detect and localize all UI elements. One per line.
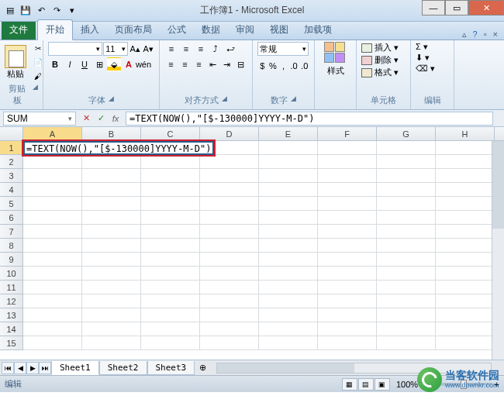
cell[interactable] <box>200 336 259 350</box>
clear-button[interactable]: ⌫ ▾ <box>416 64 449 74</box>
formula-input[interactable]: =TEXT(NOW(),"[$-130000]YYYY-M-D") <box>126 112 493 126</box>
cell[interactable] <box>82 267 141 281</box>
cell[interactable] <box>82 225 141 239</box>
cell[interactable] <box>377 239 436 253</box>
row-header-1[interactable]: 1 <box>0 141 23 155</box>
cell[interactable] <box>200 197 259 211</box>
cell[interactable] <box>259 155 318 169</box>
styles-button[interactable]: 样式 <box>319 42 351 77</box>
increase-decimal-button[interactable]: .0 <box>289 59 299 73</box>
cell[interactable] <box>377 197 436 211</box>
grow-font-button[interactable]: A▴ <box>129 42 141 56</box>
qat-customize[interactable]: ▾ <box>65 4 79 18</box>
cell[interactable] <box>318 308 377 322</box>
cell[interactable] <box>141 183 200 197</box>
cell[interactable] <box>318 141 377 155</box>
cell[interactable] <box>259 183 318 197</box>
cell[interactable] <box>200 155 259 169</box>
cell[interactable] <box>141 267 200 281</box>
cell[interactable] <box>436 169 495 183</box>
bold-button[interactable]: B <box>48 57 62 71</box>
row-header-15[interactable]: 15 <box>0 336 23 350</box>
cell[interactable] <box>200 183 259 197</box>
cell[interactable] <box>436 267 495 281</box>
cell[interactable] <box>141 225 200 239</box>
cell[interactable] <box>141 155 200 169</box>
cell[interactable] <box>82 308 141 322</box>
cancel-formula-button[interactable]: ✕ <box>79 112 93 126</box>
cell[interactable] <box>141 239 200 253</box>
cell[interactable] <box>141 281 200 294</box>
cell[interactable] <box>141 294 200 308</box>
name-box[interactable]: SUM▾ <box>3 112 76 126</box>
autosum-button[interactable]: Σ ▾ <box>416 42 449 52</box>
align-left-button[interactable]: ≡ <box>164 57 178 71</box>
cell[interactable] <box>141 253 200 267</box>
cell[interactable] <box>377 281 436 294</box>
cell[interactable] <box>377 308 436 322</box>
decrease-indent-button[interactable]: ⇤ <box>206 57 219 71</box>
cell[interactable] <box>259 225 318 239</box>
cell[interactable] <box>82 155 141 169</box>
fill-color-button[interactable]: ⬙ <box>107 57 121 71</box>
vertical-scrollbar[interactable] <box>492 141 504 360</box>
cell[interactable] <box>200 169 259 183</box>
format-cells-button[interactable]: 格式 ▾ <box>361 67 406 78</box>
close-button[interactable]: ✕ <box>468 0 504 15</box>
insert-function-button[interactable]: fx <box>109 112 123 126</box>
row-header-10[interactable]: 10 <box>0 267 23 281</box>
undo-button[interactable]: ↶ <box>34 4 48 18</box>
cell[interactable] <box>141 336 200 350</box>
align-bottom-button[interactable]: ≡ <box>194 42 208 56</box>
cell[interactable] <box>259 239 318 253</box>
cell[interactable] <box>200 239 259 253</box>
row-header-7[interactable]: 7 <box>0 225 23 239</box>
delete-cells-button[interactable]: 删除 ▾ <box>361 54 406 66</box>
merge-button[interactable]: ⊟ <box>234 57 247 71</box>
percent-button[interactable]: % <box>268 59 278 73</box>
cell[interactable] <box>436 281 495 294</box>
cell[interactable] <box>200 294 259 308</box>
cell[interactable] <box>141 322 200 336</box>
page-break-view-button[interactable]: ▣ <box>375 378 390 391</box>
underline-button[interactable]: U <box>78 57 91 71</box>
cell[interactable] <box>436 253 495 267</box>
cell[interactable] <box>318 336 377 350</box>
restore-window-icon[interactable]: ▫ <box>484 29 487 40</box>
tab-review[interactable]: 审阅 <box>228 20 262 40</box>
cell[interactable] <box>436 322 495 336</box>
cell[interactable] <box>23 322 82 336</box>
paste-button[interactable]: 粘贴 <box>5 45 26 80</box>
tab-data[interactable]: 数据 <box>194 20 228 40</box>
column-header-h[interactable]: H <box>436 127 495 140</box>
cell[interactable] <box>377 336 436 350</box>
row-header-13[interactable]: 13 <box>0 308 23 322</box>
cell[interactable] <box>200 253 259 267</box>
row-header-4[interactable]: 4 <box>0 183 23 197</box>
cell[interactable] <box>259 294 318 308</box>
cell[interactable] <box>23 197 82 211</box>
column-header-a[interactable]: A <box>23 127 82 140</box>
cell[interactable] <box>23 211 82 225</box>
phonetic-button[interactable]: wén <box>136 57 150 71</box>
row-header-6[interactable]: 6 <box>0 211 23 225</box>
active-cell-editor[interactable]: =TEXT(NOW(),"[$-130000]YYYY-M-D") <box>23 141 214 155</box>
cell[interactable] <box>318 225 377 239</box>
cell[interactable] <box>318 211 377 225</box>
increase-indent-button[interactable]: ⇥ <box>220 57 233 71</box>
cell[interactable] <box>141 197 200 211</box>
tab-home[interactable]: 开始 <box>37 19 73 40</box>
normal-view-button[interactable]: ▦ <box>342 378 357 391</box>
enter-formula-button[interactable]: ✓ <box>94 112 108 126</box>
cell[interactable] <box>200 267 259 281</box>
row-header-11[interactable]: 11 <box>0 281 23 294</box>
cell[interactable] <box>23 336 82 350</box>
close-workbook-icon[interactable]: × <box>493 29 498 40</box>
italic-button[interactable]: I <box>63 57 77 71</box>
cell[interactable] <box>436 197 495 211</box>
row-header-9[interactable]: 9 <box>0 253 23 267</box>
number-dialog-launcher[interactable]: ◢ <box>291 95 296 106</box>
tab-view[interactable]: 视图 <box>262 20 296 40</box>
cell[interactable] <box>377 211 436 225</box>
font-name-combo[interactable]: ▾ <box>48 42 102 56</box>
